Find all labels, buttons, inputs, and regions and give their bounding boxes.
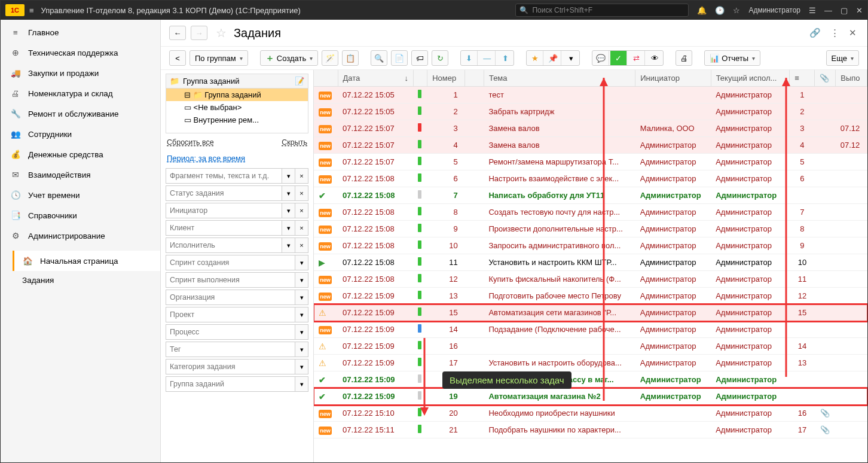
reset-filters-link[interactable]: Сбросить все: [167, 138, 214, 147]
tags-button[interactable]: 🏷: [411, 50, 428, 66]
filter-clear-button[interactable]: ×: [295, 237, 308, 253]
reports-button[interactable]: 📊 Отчеты▾: [704, 50, 760, 66]
print-button[interactable]: 🖨: [676, 50, 692, 66]
filter-clear-button[interactable]: ×: [295, 203, 308, 218]
more-menu-icon[interactable]: ⋮: [830, 28, 839, 38]
eye-button[interactable]: 👁: [646, 51, 663, 65]
table-row[interactable]: new07.12.22 15:1020Необходимо приобрести…: [314, 405, 867, 422]
filter-input-7[interactable]: [166, 290, 295, 305]
global-search[interactable]: 🔍 Поиск Ctrl+Shift+F: [515, 4, 689, 17]
filter-dropdown-button[interactable]: ▾: [282, 168, 295, 184]
group-tree-row[interactable]: ⊟ 📁 Группа заданий: [166, 89, 308, 101]
pin-button[interactable]: 📌: [545, 51, 561, 65]
filter-input-11[interactable]: [166, 359, 295, 374]
sidebar-item-6[interactable]: 💰Денежные средства: [1, 144, 160, 165]
table-row[interactable]: ✔07.12.22 15:0918Установить ККМ на кассу…: [314, 371, 867, 388]
create-button[interactable]: ＋Создать▾: [260, 50, 318, 66]
table-row[interactable]: new07.12.22 15:0810Запросить администрат…: [314, 237, 867, 254]
period-link[interactable]: Период: за все время: [166, 151, 308, 165]
filter-clear-button[interactable]: ×: [295, 185, 308, 201]
priority-high-button[interactable]: ⬆: [497, 51, 514, 65]
filter-input-3[interactable]: [166, 220, 282, 236]
table-row[interactable]: ⚠07.12.22 15:0917Установить и настроить …: [314, 355, 867, 371]
column-header[interactable]: Текущий испол...: [711, 70, 790, 87]
forward-button[interactable]: →: [191, 26, 207, 40]
column-header[interactable]: Выпо: [836, 70, 867, 87]
group-tree[interactable]: 📁 Группа заданий 📝 ⊟ 📁 Группа заданий▭ <…: [166, 74, 308, 133]
filter-input-12[interactable]: [166, 376, 295, 392]
table-row[interactable]: new07.12.22 15:088Создать тестовую почту…: [314, 204, 867, 221]
column-header[interactable]: Инициатор: [635, 70, 711, 87]
filter-input-4[interactable]: [166, 237, 282, 253]
table-row[interactable]: ▶07.12.22 15:0811Установить и настроить …: [314, 254, 867, 271]
sidebar-item-0[interactable]: ≡Главное: [1, 22, 160, 42]
maximize-icon[interactable]: ▢: [841, 6, 848, 15]
table-row[interactable]: new07.12.22 15:0914Подзадание (Подключен…: [314, 321, 867, 338]
bell-icon[interactable]: 🔔: [697, 6, 707, 15]
star-button[interactable]: ★: [527, 51, 543, 65]
link-icon[interactable]: 🔗: [809, 28, 821, 38]
refresh-button[interactable]: ↻: [432, 50, 448, 66]
sidebar-sub-item-0[interactable]: 🏠Начальная страница: [13, 251, 160, 271]
filter-dropdown-button[interactable]: ▾: [282, 185, 295, 201]
filter-dropdown-button[interactable]: ▾: [295, 272, 308, 288]
check-button[interactable]: ✓: [610, 51, 627, 65]
filter-clear-button[interactable]: ×: [295, 168, 308, 184]
filter-dropdown-button[interactable]: ▾: [295, 359, 308, 374]
filter-dropdown-button[interactable]: ▾: [295, 290, 308, 305]
table-row[interactable]: new07.12.22 15:051тестАдминистратор1: [314, 87, 867, 103]
filter-dropdown-button[interactable]: ▾: [282, 220, 295, 236]
group-tree-action-icon[interactable]: 📝: [295, 77, 304, 86]
table-row[interactable]: ✔07.12.22 15:087Написать обработку для У…: [314, 187, 867, 204]
comment-button[interactable]: 💬: [592, 51, 609, 65]
filter-input-5[interactable]: [166, 255, 295, 270]
close-tab-icon[interactable]: ✕: [849, 28, 857, 38]
sidebar-item-2[interactable]: 🚚Закупки и продажи: [1, 63, 160, 83]
more-button[interactable]: Еще▾: [826, 50, 859, 66]
filter-dropdown-button[interactable]: ▾: [295, 324, 308, 340]
collapse-button[interactable]: <: [169, 50, 186, 66]
filter-dropdown-button[interactable]: ▾: [295, 255, 308, 270]
filter-input-10[interactable]: [166, 342, 295, 357]
sidebar-item-1[interactable]: ⊕Техническая поддержка: [1, 42, 160, 63]
table-row[interactable]: new07.12.22 15:052Забрать картриджАдмини…: [314, 103, 867, 120]
magic-button[interactable]: 🪄: [322, 50, 338, 66]
minimize-icon[interactable]: —: [824, 6, 832, 15]
pin-dropdown[interactable]: ▾: [563, 51, 579, 65]
filter-dropdown-button[interactable]: ▾: [295, 376, 308, 392]
table-row[interactable]: ✔07.12.22 15:0919Автоматизация магазина …: [314, 388, 867, 405]
sidebar-item-8[interactable]: 🕓Учет времени: [1, 185, 160, 205]
task-table[interactable]: Дата ↓НомерТемаИнициаторТекущий испол...…: [314, 70, 867, 462]
column-header[interactable]: [314, 70, 338, 87]
column-header[interactable]: Тема: [484, 70, 635, 87]
column-header[interactable]: [465, 70, 484, 87]
settings-icon[interactable]: ☰: [809, 6, 816, 15]
table-row[interactable]: ⚠07.12.22 15:0915Автоматизация сети мага…: [314, 304, 867, 321]
filter-input-8[interactable]: [166, 307, 295, 322]
swap-button[interactable]: ⇄: [628, 51, 645, 65]
table-row[interactable]: new07.12.22 15:074Замена валовАдминистра…: [314, 137, 867, 154]
filter-input-6[interactable]: [166, 272, 295, 288]
search-button[interactable]: 🔍: [371, 50, 387, 66]
group-tree-row[interactable]: ▭ Внутренние рем...: [166, 114, 308, 126]
table-row[interactable]: new07.12.22 15:073Замена валовМалинка, О…: [314, 120, 867, 137]
sidebar-sub-item-1[interactable]: Задания: [13, 271, 160, 290]
sidebar-item-7[interactable]: ✉Взаимодействия: [1, 165, 160, 185]
table-row[interactable]: new07.12.22 15:1121Подобрать наушники по…: [314, 422, 867, 438]
star-icon[interactable]: ☆: [733, 6, 740, 15]
filter-input-9[interactable]: [166, 324, 295, 340]
close-icon[interactable]: ✕: [856, 6, 863, 15]
sidebar-item-3[interactable]: 🖨Номенклатура и склад: [1, 83, 160, 103]
priority-low-button[interactable]: ⬇: [461, 51, 478, 65]
table-row[interactable]: new07.12.22 15:0812Купить фискальный нак…: [314, 271, 867, 288]
table-row[interactable]: new07.12.22 15:086Настроить взаимодейств…: [314, 170, 867, 187]
hide-filters-link[interactable]: Скрыть: [282, 138, 307, 147]
filter-input-1[interactable]: [166, 185, 282, 201]
filter-dropdown-button[interactable]: ▾: [295, 307, 308, 322]
column-header[interactable]: [413, 70, 427, 87]
table-row[interactable]: new07.12.22 15:0913Подготовить рабочее м…: [314, 288, 867, 304]
priority-mid-button[interactable]: —: [479, 51, 496, 65]
group-mode-button[interactable]: По группам▾: [190, 50, 248, 66]
sidebar-item-4[interactable]: 🔧Ремонт и обслуживание: [1, 103, 160, 124]
history-icon[interactable]: 🕑: [715, 6, 725, 15]
